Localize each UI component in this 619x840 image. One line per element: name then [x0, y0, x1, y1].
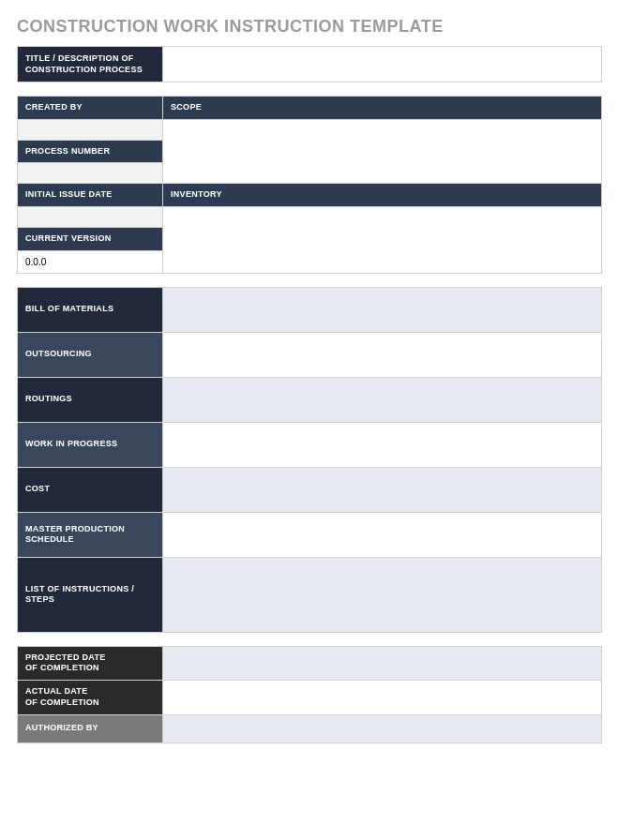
- body-row-value-0[interactable]: [163, 287, 602, 332]
- process-number-value[interactable]: [18, 163, 163, 184]
- scope-label: SCOPE: [163, 97, 602, 120]
- inventory-label: INVENTORY: [163, 184, 602, 207]
- inventory-value[interactable]: [163, 207, 602, 274]
- body-row-value-3[interactable]: [163, 422, 602, 467]
- actual-date-label: ACTUAL DATE OF COMPLETION: [18, 681, 163, 714]
- projected-date-value[interactable]: [163, 646, 602, 680]
- initial-issue-date-label: INITIAL ISSUE DATE: [18, 184, 163, 207]
- body-row-label-1: OUTSOURCING: [18, 332, 163, 377]
- authorized-by-value[interactable]: [163, 714, 602, 742]
- body-row-label-0: BILL OF MATERIALS: [18, 287, 163, 332]
- title-desc-label: TITLE / DESCRIPTION OF CONSTRUCTION PROC…: [18, 47, 163, 82]
- body-row-label-4: COST: [18, 467, 163, 512]
- current-version-value[interactable]: 0.0.0: [18, 250, 163, 273]
- created-by-label: CREATED BY: [18, 97, 163, 120]
- process-number-label: PROCESS NUMBER: [18, 140, 163, 163]
- body-row-value-4[interactable]: [163, 467, 602, 512]
- body-row-value-6[interactable]: [163, 557, 602, 632]
- body-row-label-6: LIST OF INSTRUCTIONS / STEPS: [18, 557, 163, 632]
- body-row-label-2: ROUTINGS: [18, 377, 163, 422]
- section-footer: PROJECTED DATE OF COMPLETION ACTUAL DATE…: [17, 646, 602, 743]
- section-meta: CREATED BY SCOPE PROCESS NUMBER INITIAL …: [17, 96, 602, 274]
- body-row-label-5: MASTER PRODUCTION SCHEDULE: [18, 512, 163, 557]
- body-row-label-3: WORK IN PROGRESS: [18, 422, 163, 467]
- created-by-value[interactable]: [18, 119, 163, 140]
- body-row-value-1[interactable]: [163, 332, 602, 377]
- body-row-value-5[interactable]: [163, 512, 602, 557]
- title-desc-value[interactable]: [163, 47, 602, 82]
- section-body: BILL OF MATERIALSOUTSOURCINGROUTINGSWORK…: [17, 287, 602, 633]
- authorized-by-label: AUTHORIZED BY: [18, 714, 163, 742]
- page-title: CONSTRUCTION WORK INSTRUCTION TEMPLATE: [17, 17, 602, 37]
- section-title-desc: TITLE / DESCRIPTION OF CONSTRUCTION PROC…: [17, 46, 602, 82]
- body-row-value-2[interactable]: [163, 377, 602, 422]
- projected-date-label: PROJECTED DATE OF COMPLETION: [18, 646, 163, 680]
- initial-issue-date-value[interactable]: [18, 207, 163, 228]
- scope-value[interactable]: [163, 119, 602, 184]
- current-version-label: CURRENT VERSION: [18, 228, 163, 251]
- actual-date-value[interactable]: [163, 681, 602, 714]
